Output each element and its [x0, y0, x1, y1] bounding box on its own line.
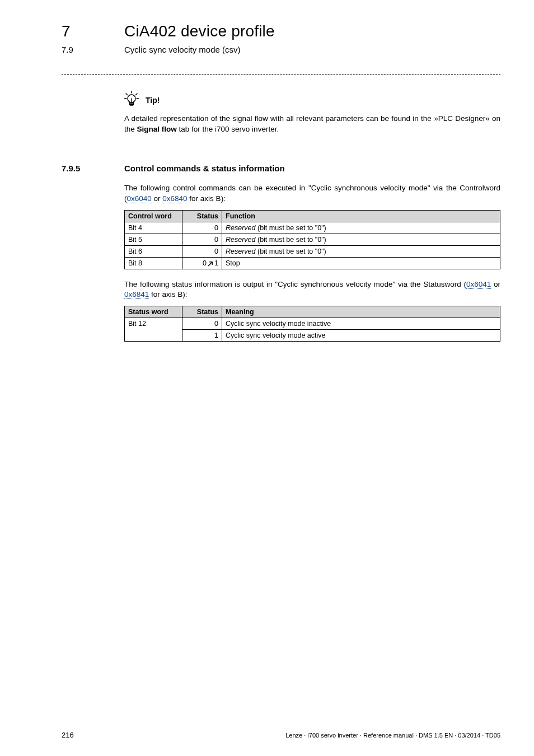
lightbulb-icon: [124, 91, 139, 109]
table-row: Bit 5 0 Reserved (bit must be set to "0"…: [125, 234, 500, 245]
cell-func-italic: Reserved: [226, 224, 256, 232]
control-word-table: Control word Status Function Bit 4 0 Res…: [124, 210, 500, 269]
cell-status-b: 1: [214, 259, 218, 267]
cell-status: 0: [182, 245, 222, 257]
th-status: Status: [182, 306, 222, 318]
cell-func-rest: (bit must be set to "0"): [256, 236, 326, 244]
link-0x6041[interactable]: 0x6041: [466, 280, 491, 289]
cell-function: Reserved (bit must be set to "0"): [222, 234, 500, 245]
table-row: Bit 12 0 Cyclic sync velocity mode inact…: [125, 318, 500, 329]
cell-word: Bit 12: [125, 318, 182, 341]
chapter-header: 7 CiA402 device profile: [62, 22, 500, 40]
table-row: Bit 4 0 Reserved (bit must be set to "0"…: [125, 222, 500, 234]
tip-text-b: tab for the i700 servo inverter.: [177, 125, 279, 133]
cell-func-italic: Reserved: [226, 236, 256, 244]
tip-label: Tip!: [146, 96, 160, 105]
chapter-number: 7: [62, 22, 124, 40]
cell-word: Bit 4: [125, 222, 182, 234]
table-header-row: Status word Status Meaning: [125, 306, 500, 318]
p2-text-a: The following status information is outp…: [124, 280, 466, 288]
p2-text-mid: or: [491, 280, 500, 288]
footer-info: Lenze · i700 servo inverter · Reference …: [285, 732, 500, 739]
svg-line-1: [126, 94, 128, 95]
cell-func-rest: (bit must be set to "0"): [256, 224, 326, 232]
th-meaning: Meaning: [222, 306, 500, 318]
p1-text-mid: or: [152, 194, 163, 203]
cell-meaning: Cyclic sync velocity mode active: [222, 329, 500, 341]
cell-function: Reserved (bit must be set to "0"): [222, 245, 500, 257]
cell-meaning: Cyclic sync velocity mode inactive: [222, 318, 500, 329]
cell-status: 0: [182, 234, 222, 245]
cell-status: 0: [182, 222, 222, 234]
section-title: Control commands & status information: [124, 164, 285, 173]
paragraph-controlword: The following control commands can be ex…: [124, 183, 500, 204]
table-header-row: Control word Status Function: [125, 210, 500, 222]
cell-function: Stop: [222, 257, 500, 269]
subsection-header: 7.9 Cyclic sync velocity mode (csv): [62, 45, 500, 54]
subsection-title: Cyclic sync velocity mode (csv): [124, 45, 241, 54]
paragraph-statusword: The following status information is outp…: [124, 279, 500, 300]
link-0x6841[interactable]: 0x6841: [124, 290, 149, 299]
cell-status-a: 0: [203, 259, 207, 267]
cell-function: Reserved (bit must be set to "0"): [222, 222, 500, 234]
subsection-number: 7.9: [62, 45, 124, 54]
th-control-word: Control word: [125, 210, 182, 222]
table-row: Bit 8 0 1 Stop: [125, 257, 500, 269]
cell-status: 0 1: [182, 257, 222, 269]
chapter-title: CiA402 device profile: [124, 22, 275, 40]
cell-word: Bit 5: [125, 234, 182, 245]
table-row: Bit 6 0 Reserved (bit must be set to "0"…: [125, 245, 500, 257]
tip-text-bold: Signal flow: [137, 125, 177, 133]
svg-line-9: [209, 262, 213, 266]
cell-func-rest: (bit must be set to "0"): [256, 248, 326, 255]
cell-status: 1: [182, 329, 222, 341]
cell-word: Bit 6: [125, 245, 182, 257]
section-number: 7.9.5: [62, 164, 124, 173]
link-0x6040[interactable]: 0x6040: [127, 194, 152, 203]
svg-line-2: [136, 94, 138, 95]
tip-block: Tip! A detailed representation of the si…: [124, 91, 500, 134]
th-function: Function: [222, 210, 500, 222]
cell-status: 0: [182, 318, 222, 329]
p2-text-b: for axis B):: [149, 290, 187, 298]
cell-word: Bit 8: [125, 257, 182, 269]
cell-func-italic: Reserved: [226, 248, 256, 255]
page-footer: 216 Lenze · i700 servo inverter · Refere…: [62, 731, 500, 739]
divider-dashed: [62, 74, 500, 75]
arrow-up-right-icon: [208, 260, 213, 266]
link-0x6840[interactable]: 0x6840: [162, 194, 187, 203]
page-number: 216: [62, 731, 74, 739]
p1-text-b: for axis B):: [188, 194, 226, 203]
cell-func-rest: Stop: [226, 259, 240, 267]
section-heading: 7.9.5 Control commands & status informat…: [62, 164, 500, 173]
th-status: Status: [182, 210, 222, 222]
tip-header: Tip!: [124, 91, 500, 109]
tip-text: A detailed representation of the signal …: [124, 114, 500, 134]
th-status-word: Status word: [125, 306, 182, 318]
status-word-table: Status word Status Meaning Bit 12 0 Cycl…: [124, 306, 500, 342]
